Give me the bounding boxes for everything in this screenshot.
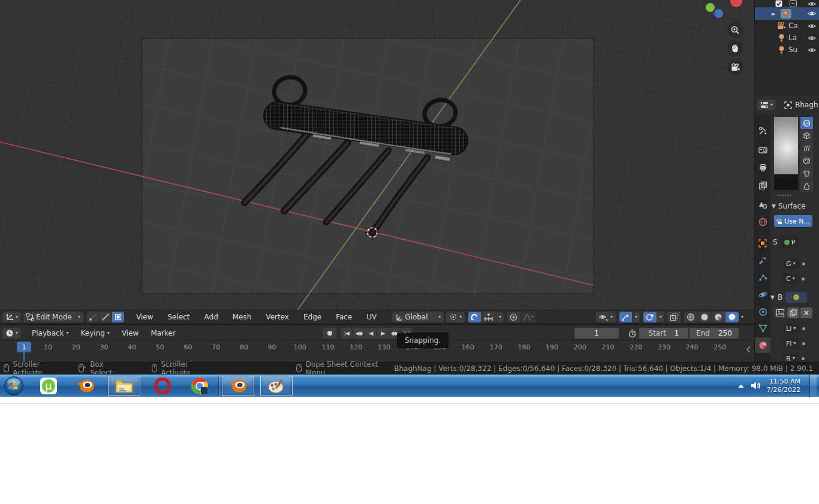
shading-options-dropdown[interactable]: ▾ <box>741 315 743 319</box>
gizmo-axis-green-ball[interactable] <box>706 3 715 12</box>
tab-material[interactable] <box>755 337 770 353</box>
volume-icon[interactable] <box>751 381 761 390</box>
viewport-canvas[interactable] <box>0 0 754 310</box>
tab-tool[interactable] <box>755 123 770 138</box>
material-preview[interactable] <box>774 117 798 190</box>
use-nodes-button[interactable]: Use N... <box>774 215 812 227</box>
tab-particles[interactable] <box>755 269 770 285</box>
outliner-sun-row[interactable]: Su <box>755 44 819 56</box>
tab-object-data[interactable] <box>755 321 770 336</box>
jump-to-start-button[interactable]: |◀ <box>341 328 353 339</box>
menu-vertex[interactable]: Vertex <box>258 313 296 321</box>
shading-solid-button[interactable] <box>697 312 711 322</box>
snap-options-dropdown[interactable]: ▾ <box>496 312 504 322</box>
menu-face[interactable]: Face <box>329 313 359 321</box>
taskbar-chrome-button[interactable] <box>183 376 216 396</box>
pivot-point-dropdown[interactable]: ▾ <box>446 312 465 322</box>
eye-icon[interactable] <box>808 23 816 29</box>
tab-view-layer[interactable] <box>755 178 770 194</box>
show-desktop-button[interactable] <box>809 375 817 397</box>
proportional-falloff-dropdown[interactable]: ▾ <box>520 312 536 322</box>
eye-icon[interactable] <box>808 35 816 41</box>
tab-world[interactable] <box>755 214 770 230</box>
edge-select-button[interactable] <box>99 312 112 322</box>
preview-fluid-button[interactable] <box>800 180 813 192</box>
checkbox-checked-icon[interactable] <box>775 0 782 7</box>
gizmo-options-dropdown[interactable]: ▾ <box>632 312 640 322</box>
taskbar-opera-button[interactable] <box>146 376 179 396</box>
menu-add[interactable]: Add <box>197 313 225 321</box>
tray-expand-icon[interactable] <box>737 384 745 388</box>
tab-output[interactable] <box>755 160 770 176</box>
show-gizmo-toggle[interactable] <box>619 312 632 322</box>
prev-keyframe-button[interactable]: ◀◆ <box>353 328 365 339</box>
tab-render[interactable] <box>755 142 770 158</box>
decorator-dot[interactable] <box>802 342 805 345</box>
snap-toggle-button[interactable] <box>468 312 481 322</box>
duplicate-data-button[interactable] <box>787 307 799 318</box>
tab-physics[interactable] <box>755 286 770 302</box>
light-dropdown[interactable]: Li ▾ <box>782 323 799 334</box>
region-collapse-icon[interactable] <box>746 346 751 353</box>
decorator-dot[interactable] <box>802 357 805 360</box>
subsurface-method-dropdown[interactable]: C ▾ <box>782 273 799 284</box>
shading-wireframe-button[interactable] <box>684 312 697 322</box>
xray-toggle[interactable] <box>667 312 681 322</box>
eye-icon[interactable] <box>808 1 816 7</box>
playhead-badge[interactable]: 1 <box>17 342 31 352</box>
pan-hand-icon[interactable] <box>727 40 743 56</box>
tab-modifiers[interactable] <box>755 252 770 268</box>
tab-constraints[interactable] <box>755 304 770 319</box>
surface-panel-header[interactable]: ▼ Surface <box>772 202 806 210</box>
timeline-menu-marker[interactable]: Marker <box>144 329 181 337</box>
overlays-options-dropdown[interactable]: ▾ <box>657 312 664 322</box>
frame-start-field[interactable]: Start 1 <box>639 328 688 339</box>
exclude-icon[interactable] <box>790 0 797 7</box>
menu-view[interactable]: View <box>129 313 160 321</box>
shading-rendered-button[interactable] <box>725 312 739 322</box>
preview-cloth-button[interactable] <box>800 167 813 179</box>
tab-object[interactable] <box>755 236 770 251</box>
menu-select[interactable]: Select <box>161 313 197 321</box>
tab-scene[interactable] <box>755 197 770 213</box>
decorator-dot[interactable] <box>802 327 805 330</box>
keying-popover[interactable]: Keying ▾ <box>75 329 116 337</box>
taskbar-blender-button[interactable] <box>70 376 102 396</box>
base-color-swatch[interactable] <box>785 292 807 303</box>
object-visibility-dropdown[interactable]: ▾ <box>596 312 616 322</box>
editor-type-dropdown[interactable]: ▾ <box>2 312 21 322</box>
gizmo-axis-blue-ball[interactable] <box>714 9 723 18</box>
use-preview-range-toggle[interactable] <box>625 328 640 339</box>
taskbar-blender-running-button[interactable] <box>222 376 254 396</box>
image-browse-button[interactable] <box>774 307 786 318</box>
start-button[interactable] <box>0 376 28 396</box>
vertex-select-button[interactable] <box>87 312 99 322</box>
timeline-menu-view[interactable]: View <box>116 329 144 337</box>
play-reverse-button[interactable]: ◀ <box>365 328 377 339</box>
eye-icon[interactable] <box>808 10 816 17</box>
auto-keying-toggle[interactable] <box>323 328 337 339</box>
preview-shaderball-button[interactable] <box>800 155 813 167</box>
show-overlays-toggle[interactable] <box>643 312 657 322</box>
snap-with-button[interactable] <box>481 312 496 322</box>
play-button[interactable]: ▶ <box>377 328 389 339</box>
taskbar-paint-button[interactable] <box>260 376 293 396</box>
taskbar-clock[interactable]: 11:58 AM 7/26/2022 <box>767 378 803 394</box>
menu-uv[interactable]: UV <box>359 313 384 321</box>
decorator-dot[interactable] <box>802 277 805 280</box>
panel-drag-handle[interactable] <box>778 195 791 196</box>
distribution-dropdown[interactable]: G ▾ <box>782 258 799 269</box>
shading-material-button[interactable] <box>711 312 725 322</box>
preview-cube-button[interactable] <box>800 129 813 141</box>
decorator-dot[interactable] <box>802 262 805 265</box>
transform-orientation-dropdown[interactable]: Global ▾ <box>392 312 444 322</box>
outliner[interactable]: ► Ca La Su <box>755 0 819 95</box>
taskbar-explorer-button[interactable] <box>108 376 140 396</box>
proportional-edit-toggle[interactable] <box>507 312 520 322</box>
3d-viewport[interactable]: ▾ Edit Mode ▾ View Select <box>0 0 754 324</box>
properties-editor-type-dropdown[interactable]: ▾ <box>757 99 776 110</box>
preview-hair-button[interactable] <box>800 142 813 154</box>
outliner-light-row[interactable]: La <box>755 32 819 44</box>
timeline-editor[interactable]: ▾ Playback ▾ Keying ▾ View Marker |◀ ◀◆ <box>0 324 754 362</box>
outliner-collection-row[interactable] <box>755 0 819 7</box>
